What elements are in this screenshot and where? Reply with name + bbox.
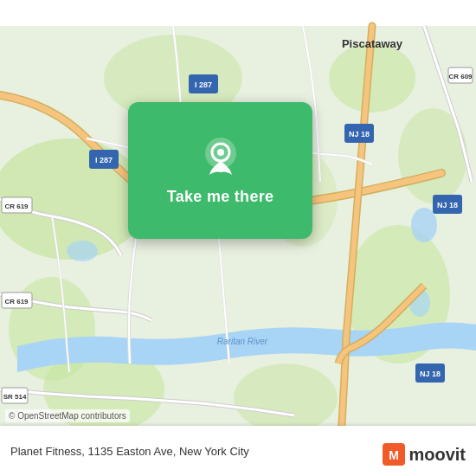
svg-point-6 [234, 363, 338, 433]
bottom-bar: Planet Fitness, 1135 Easton Ave, New Yor… [0, 426, 476, 476]
svg-text:NJ 18: NJ 18 [437, 201, 458, 209]
svg-text:I 287: I 287 [95, 156, 113, 164]
moovit-brand-text: moovit [408, 445, 466, 465]
svg-text:I 287: I 287 [195, 80, 212, 89]
svg-text:CR 619: CR 619 [4, 298, 29, 306]
svg-text:NJ 18: NJ 18 [349, 130, 370, 138]
svg-text:Raritan River: Raritan River [217, 337, 268, 346]
moovit-brand-icon: M [383, 443, 405, 466]
location-pin-icon [198, 136, 243, 181]
svg-text:M: M [389, 448, 400, 462]
svg-text:CR 619: CR 619 [4, 203, 29, 210]
action-card-label: Take me there [167, 188, 274, 206]
svg-point-35 [217, 149, 224, 156]
map-container: I 287 I 287 NJ 18 NJ 18 NJ 18 CR 619 CR … [0, 0, 476, 476]
svg-text:SR 514: SR 514 [3, 393, 27, 401]
svg-text:CR 609: CR 609 [448, 73, 473, 80]
osm-attribution: © OpenStreetMap contributors [5, 409, 130, 422]
svg-point-12 [67, 241, 98, 261]
take-me-there-button[interactable]: Take me there [128, 102, 312, 239]
moovit-logo: M moovit [383, 443, 466, 466]
svg-point-10 [411, 208, 437, 242]
svg-text:Piscataway: Piscataway [342, 37, 403, 50]
svg-text:NJ 18: NJ 18 [420, 370, 441, 378]
